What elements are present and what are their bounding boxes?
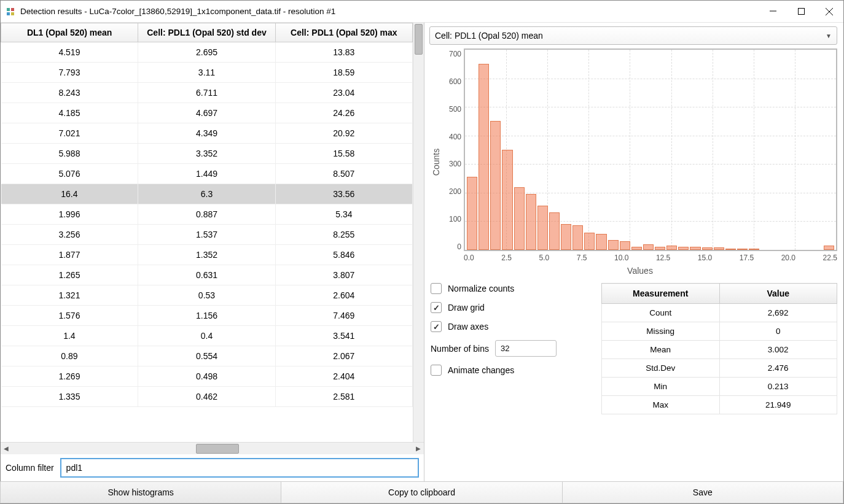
- draw-grid-checkbox[interactable]: [431, 302, 442, 313]
- normalize-counts-label: Normalize counts: [448, 284, 514, 293]
- draw-axes-checkbox[interactable]: [431, 321, 442, 332]
- table-cell: 4.697: [138, 103, 275, 123]
- histogram-bar: [526, 194, 536, 250]
- normalize-counts-checkbox[interactable]: [431, 283, 442, 294]
- table-row[interactable]: 1.3350.4622.581: [1, 387, 413, 407]
- table-row[interactable]: 3.2561.5378.255: [1, 225, 413, 245]
- show-histograms-button[interactable]: Show histograms: [0, 481, 281, 503]
- table-cell: 1.156: [138, 306, 275, 326]
- stats-row: Max21.949: [602, 396, 837, 414]
- measurement-select[interactable]: Cell: PDL1 (Opal 520) mean ▼: [429, 26, 837, 45]
- column-header[interactable]: Cell: PDL1 (Opal 520) max: [275, 23, 412, 42]
- histogram-bar: [572, 225, 583, 250]
- table-cell: 5.076: [1, 164, 138, 184]
- table-row[interactable]: 5.0761.4498.507: [1, 164, 413, 184]
- column-filter-input[interactable]: [60, 458, 419, 478]
- table-row[interactable]: 4.1854.69724.26: [1, 103, 413, 123]
- histogram-bar: [608, 240, 619, 250]
- table-cell: 4.519: [1, 42, 138, 63]
- histogram-bar: [824, 246, 834, 250]
- histogram-bar: [490, 121, 501, 250]
- copy-to-clipboard-button[interactable]: Copy to clipboard: [281, 481, 562, 503]
- svg-rect-2: [7, 12, 10, 15]
- histogram-bar: [714, 247, 724, 250]
- table-cell: 20.92: [275, 123, 412, 144]
- histogram-bar: [584, 233, 595, 250]
- vertical-scrollbar[interactable]: [413, 23, 424, 442]
- minimize-button[interactable]: [759, 1, 787, 22]
- table-cell: 2.404: [275, 366, 412, 387]
- stats-row: Mean3.002: [602, 341, 837, 359]
- table-cell: 1.449: [138, 164, 275, 184]
- histogram-bar: [678, 247, 689, 250]
- maximize-button[interactable]: [787, 1, 815, 22]
- histogram-bar: [643, 244, 654, 250]
- window-title: Detection results - LuCa-7color_[13860,5…: [20, 7, 759, 16]
- table-row[interactable]: 8.2436.71123.04: [1, 83, 413, 103]
- chevron-down-icon: ▼: [826, 33, 832, 39]
- window: Detection results - LuCa-7color_[13860,5…: [0, 0, 844, 504]
- table-row[interactable]: 7.0214.34920.92: [1, 123, 413, 144]
- column-header[interactable]: DL1 (Opal 520) mean: [1, 23, 138, 42]
- table-row[interactable]: 16.46.333.56: [1, 184, 413, 204]
- content: DL1 (Opal 520) meanCell: PDL1 (Opal 520)…: [1, 23, 843, 481]
- chart-ylabel: Counts: [431, 149, 441, 176]
- table-cell: 13.83: [275, 42, 412, 63]
- table-cell: 1.321: [1, 285, 138, 306]
- table-row[interactable]: 1.40.43.541: [1, 326, 413, 346]
- table-row[interactable]: 1.8771.3525.846: [1, 245, 413, 265]
- table-cell: 6.3: [138, 184, 275, 204]
- stats-header: Measurement: [602, 284, 720, 304]
- table-row[interactable]: 1.5761.1567.469: [1, 306, 413, 326]
- histogram-bar: [725, 249, 736, 250]
- histogram-bar: [631, 247, 642, 250]
- right-panel: Cell: PDL1 (Opal 520) mean ▼ Counts 7006…: [424, 23, 843, 481]
- data-table: DL1 (Opal 520) meanCell: PDL1 (Opal 520)…: [1, 23, 413, 407]
- close-button[interactable]: [815, 1, 843, 22]
- save-button[interactable]: Save: [562, 481, 843, 503]
- histogram-bar: [596, 234, 606, 250]
- animate-changes-checkbox[interactable]: [431, 365, 442, 376]
- table-cell: 1.4: [1, 326, 138, 346]
- table-row[interactable]: 5.9883.35215.58: [1, 144, 413, 164]
- table-row[interactable]: 1.2690.4982.404: [1, 366, 413, 387]
- table-cell: 3.352: [138, 144, 275, 164]
- table-cell: 6.711: [138, 83, 275, 103]
- column-header[interactable]: Cell: PDL1 (Opal 520) std dev: [138, 23, 275, 42]
- plot-area: [464, 48, 837, 251]
- table-cell: 1.537: [138, 225, 275, 245]
- horizontal-scrollbar[interactable]: ◀▶: [1, 442, 424, 454]
- bottom-button-bar: Show histograms Copy to clipboard Save: [1, 481, 843, 503]
- table-cell: 8.507: [275, 164, 412, 184]
- table-cell: 5.988: [1, 144, 138, 164]
- table-row[interactable]: 1.3210.532.604: [1, 285, 413, 306]
- table-cell: 2.067: [275, 346, 412, 366]
- table-row[interactable]: 1.9960.8875.34: [1, 204, 413, 225]
- chart-yticks: 7006005004003002001000: [443, 48, 464, 251]
- histogram-bar: [467, 177, 477, 250]
- table-cell: 0.4: [138, 326, 275, 346]
- table-cell: 3.11: [138, 63, 275, 83]
- animate-changes-label: Animate changes: [448, 365, 514, 375]
- table-cell: 1.576: [1, 306, 138, 326]
- bins-input[interactable]: [495, 340, 557, 357]
- table-cell: 7.021: [1, 123, 138, 144]
- svg-rect-1: [11, 8, 14, 11]
- svg-rect-0: [7, 8, 10, 11]
- table-row[interactable]: 7.7933.1118.59: [1, 63, 413, 83]
- draw-axes-label: Draw axes: [448, 322, 488, 331]
- histogram-bar: [620, 241, 630, 250]
- titlebar: Detection results - LuCa-7color_[13860,5…: [1, 1, 843, 23]
- stats-header: Value: [719, 284, 837, 304]
- table-row[interactable]: 0.890.5542.067: [1, 346, 413, 366]
- bins-label: Number of bins: [431, 344, 489, 354]
- table-cell: 0.462: [138, 387, 275, 407]
- table-row[interactable]: 1.2650.6313.807: [1, 265, 413, 285]
- filter-row: Column filter: [1, 454, 424, 481]
- histogram-controls: Normalize counts Draw grid Draw axes Num…: [429, 283, 589, 414]
- table-row[interactable]: 4.5192.69513.83: [1, 42, 413, 63]
- svg-rect-3: [11, 12, 14, 15]
- histogram-bar: [690, 247, 700, 250]
- table-cell: 2.695: [138, 42, 275, 63]
- measurement-select-text: Cell: PDL1 (Opal 520) mean: [435, 31, 826, 41]
